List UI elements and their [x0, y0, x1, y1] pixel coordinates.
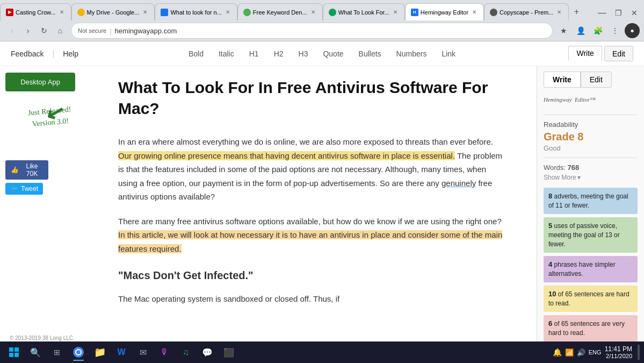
twitter-icon: 🐦	[11, 185, 19, 193]
address-bar: ‹ › ↻ ⌂ Not secure | hemingwayapp.com ★ …	[0, 20, 644, 41]
mail-icon: ✉	[140, 347, 147, 358]
bold-button[interactable]: Bold	[186, 48, 206, 59]
refresh-button[interactable]: ↻	[37, 23, 52, 38]
task-view-button[interactable]: ⊞	[47, 343, 67, 362]
svg-point-6	[76, 350, 81, 354]
svg-rect-2	[9, 353, 13, 357]
bullets-button[interactable]: Bullets	[357, 48, 383, 59]
profile-extension-button[interactable]: 👤	[573, 23, 588, 38]
messenger-taskbar-item[interactable]: 💬	[198, 343, 217, 362]
taskbar-notifications[interactable]: 🔔	[553, 348, 562, 357]
words-label: Words: 768	[544, 163, 638, 172]
tab-close-2[interactable]: ✕	[141, 9, 149, 16]
show-desktop-button[interactable]	[638, 345, 640, 360]
italic-button[interactable]: Italic	[216, 48, 236, 59]
stat-phrases: 4 phrases have simpler alternatives.	[544, 256, 638, 282]
tab-keyword-den[interactable]: Free Keyword Den... ✕	[237, 3, 323, 20]
extra-icon: ⬛	[223, 347, 234, 358]
tab-close-4[interactable]: ✕	[309, 9, 317, 16]
minimize-button[interactable]: —	[595, 5, 610, 20]
tab-close-7[interactable]: ✕	[555, 9, 563, 16]
tab-hemingway[interactable]: H Hemingway Editor ✕	[405, 3, 484, 20]
chrome-icon	[73, 347, 84, 358]
new-tab-button[interactable]: +	[569, 4, 584, 19]
taskbar-clock: 11:41 PM 2/11/2020	[605, 345, 632, 359]
tab-label-3: What to look for n...	[170, 9, 221, 16]
tab-google-drive[interactable]: My Drive - Google... ✕	[71, 3, 155, 20]
quote-button[interactable]: Quote	[321, 48, 345, 59]
copyright-text: © 2013-2019 38 Long LLC.	[10, 335, 81, 341]
file-explorer-taskbar-item[interactable]: 📁	[90, 343, 110, 362]
tab-favicon-3	[161, 9, 168, 16]
tab-favicon-4	[243, 9, 251, 16]
write-button[interactable]: Write	[544, 72, 581, 88]
messenger-icon: 💬	[202, 347, 213, 358]
tweet-button[interactable]: 🐦 Tweet	[5, 183, 43, 195]
taskbar-volume[interactable]: 🔊	[577, 348, 585, 357]
tab-copyscape[interactable]: Copyscape - Prem... ✕	[484, 3, 569, 20]
stat-hard-num: 10	[548, 290, 556, 298]
h2-button[interactable]: H2	[272, 48, 286, 59]
forward-button[interactable]: ›	[20, 23, 35, 38]
tab-casting-crow[interactable]: ▶ Casting Crow... ✕	[0, 3, 71, 20]
spotify-taskbar-item[interactable]: ♫	[176, 343, 196, 362]
tab-label-6: Hemingway Editor	[421, 9, 468, 16]
article-title: What To Look For In Free Antivirus Softw…	[118, 77, 504, 119]
section-heading: "Macs Don't Get Infected."	[118, 266, 504, 284]
tab-favicon-2	[77, 9, 85, 16]
tab-close-1[interactable]: ✕	[58, 9, 66, 16]
back-button[interactable]: ‹	[4, 23, 19, 38]
tab-favicon-5	[329, 9, 336, 16]
podcast-taskbar-item[interactable]: 🎙	[155, 343, 174, 362]
tab-close-3[interactable]: ✕	[224, 9, 231, 16]
url-bar[interactable]: Not secure | hemingwayapp.com	[71, 23, 553, 39]
search-taskbar-button[interactable]: 🔍	[26, 343, 45, 362]
hemingway-logo: Hemingway Editor™	[544, 95, 638, 109]
home-button[interactable]: ⌂	[53, 23, 68, 38]
chrome-taskbar-item[interactable]	[69, 343, 88, 362]
svg-rect-3	[15, 353, 19, 357]
link-button[interactable]: Link	[439, 48, 458, 59]
left-sidebar: Desktop App ↙ Just Released!Version 3.0!…	[0, 66, 86, 363]
stat-adverbs-num: 8	[548, 192, 552, 200]
numbers-button[interactable]: Numbers	[394, 48, 429, 59]
taskbar-lang: ENG	[589, 349, 602, 355]
write-mode-button[interactable]: Write	[568, 46, 602, 61]
close-window-button[interactable]: ✕	[627, 5, 642, 20]
show-more-button[interactable]: Show More ▾	[544, 174, 638, 181]
app-toolbar: Feedback | Help Bold Italic H1 H2 H3 Quo…	[0, 41, 644, 66]
stat-hard-text: of 65 sentences are hard to read.	[548, 290, 629, 307]
menu-button[interactable]: ⋮	[607, 23, 623, 38]
edit-button[interactable]: Edit	[581, 72, 612, 88]
sidebar-divider-2	[544, 158, 638, 158]
taskbar-wifi[interactable]: 📶	[565, 348, 574, 357]
paragraph-1: In an era where almost everything we do …	[118, 135, 504, 204]
restore-button[interactable]: ❐	[611, 5, 626, 20]
tab-close-5[interactable]: ✕	[392, 9, 399, 16]
extra-taskbar-item[interactable]: ⬛	[219, 343, 238, 362]
podcast-icon: 🎙	[160, 347, 169, 357]
tab-what-to-look2[interactable]: What To Look For... ✕	[323, 3, 405, 20]
windows-icon	[9, 347, 19, 357]
tweet-label: Tweet	[21, 185, 38, 193]
extensions-button[interactable]: 🧩	[590, 23, 605, 38]
help-link[interactable]: Help	[63, 49, 78, 58]
tab-close-6[interactable]: ✕	[471, 9, 478, 16]
profile-avatar[interactable]: ●	[625, 23, 640, 38]
mail-taskbar-item[interactable]: ✉	[133, 343, 153, 362]
tab-what-to-look[interactable]: What to look for n... ✕	[155, 3, 237, 20]
app-container: Feedback | Help Bold Italic H1 H2 H3 Quo…	[0, 41, 644, 363]
word-taskbar-item[interactable]: W	[112, 343, 131, 362]
start-button[interactable]	[4, 343, 24, 362]
h1-button[interactable]: H1	[247, 48, 261, 59]
svg-rect-0	[9, 347, 13, 352]
editor-area[interactable]: What To Look For In Free Antivirus Softw…	[86, 66, 537, 363]
desktop-app-button[interactable]: Desktop App	[5, 73, 75, 91]
stat-adverbs-text: adverbs, meeting the goal of 11 or fewer…	[548, 193, 628, 209]
h3-button[interactable]: H3	[296, 48, 310, 59]
edit-mode-button[interactable]: Edit	[604, 46, 633, 61]
like-button[interactable]: 👍 Like 70K	[5, 160, 48, 180]
stat-phrases-num: 4	[548, 260, 552, 268]
feedback-link[interactable]: Feedback	[11, 49, 44, 58]
bookmark-button[interactable]: ★	[556, 23, 571, 38]
